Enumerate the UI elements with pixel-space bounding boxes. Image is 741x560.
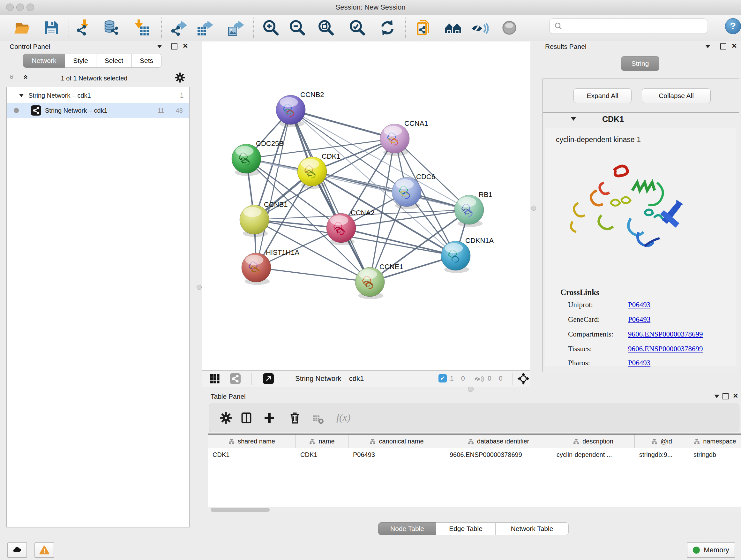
table-panel-menu-icon[interactable] xyxy=(714,395,719,398)
save-session-icon[interactable] xyxy=(43,19,60,37)
tab-edge-table[interactable]: Edge Table xyxy=(436,522,495,535)
node-CCNB2[interactable] xyxy=(276,95,306,125)
right-splitter-handle[interactable] xyxy=(531,206,536,211)
string-view-icon[interactable] xyxy=(230,373,241,384)
cell-namespace[interactable]: stringdb xyxy=(689,448,741,461)
network-graph[interactable]: CCNB2CCNA1CDC25BCDK1CDC6RB1CCNB1CCNA2CDK… xyxy=(202,42,530,370)
node-CDK1[interactable] xyxy=(297,157,327,186)
crosslink-pharos-link[interactable]: P06493 xyxy=(628,359,650,367)
detach-view-icon[interactable] xyxy=(263,373,274,384)
crosslink-label: Pharos: xyxy=(568,359,590,367)
network-collection-row[interactable]: String Network – cdk1 1 xyxy=(7,88,189,103)
column-header[interactable]: database identifier xyxy=(445,435,552,448)
table-row[interactable]: CDK1 CDK1 P06493 9606.ENSP00000378699 cy… xyxy=(208,448,741,461)
export-network-icon[interactable] xyxy=(170,19,188,37)
tab-select[interactable]: Select xyxy=(96,54,132,68)
node-HIST1H1A[interactable] xyxy=(242,253,271,282)
node-CCNE1[interactable] xyxy=(355,267,385,297)
grid-view-icon[interactable] xyxy=(209,373,220,384)
memory-button[interactable]: Memory xyxy=(687,543,735,558)
expand-all-button[interactable]: Expand All xyxy=(574,88,631,103)
results-panel-close-icon[interactable]: ✕ xyxy=(731,42,737,50)
table-panel-close-icon[interactable]: ✕ xyxy=(733,392,738,400)
selected-checkbox[interactable]: ✓ xyxy=(439,374,447,382)
node-CCNA2[interactable] xyxy=(327,213,356,243)
crosslink-compartments-link[interactable]: 9606.ENSP00000378699 xyxy=(628,330,703,338)
import-table-file-icon[interactable] xyxy=(132,19,150,37)
table-scrollbar-thumb[interactable] xyxy=(211,508,270,512)
help-button[interactable]: ? xyxy=(725,18,741,34)
tab-style[interactable]: Style xyxy=(65,54,96,68)
crosslink-tissues-link[interactable]: 9606.ENSP00000378699 xyxy=(628,345,703,353)
delete-table-icon[interactable] xyxy=(312,413,324,425)
cell-database-identifier[interactable]: 9606.ENSP00000378699 xyxy=(445,448,552,461)
cell-canonical-name[interactable]: P06493 xyxy=(348,448,445,461)
control-panel-menu-icon[interactable] xyxy=(157,45,162,48)
refresh-icon[interactable] xyxy=(379,19,396,37)
zoom-in-icon[interactable] xyxy=(262,19,280,37)
tab-network[interactable]: Network xyxy=(23,54,65,68)
tab-sets[interactable]: Sets xyxy=(131,54,161,68)
share-document-icon[interactable] xyxy=(415,19,433,37)
node-CDKN1A[interactable] xyxy=(441,241,470,270)
table-horizontal-scrollbar[interactable] xyxy=(208,508,741,512)
zoom-fit-icon[interactable] xyxy=(317,19,335,37)
network-row-selected[interactable]: String Network – cdk1 11 48 xyxy=(7,103,189,118)
bottom-splitter-handle[interactable] xyxy=(468,386,474,392)
import-network-file-icon[interactable] xyxy=(75,19,93,37)
collapse-all-button[interactable]: Collapse All xyxy=(642,88,711,103)
control-panel-close-icon[interactable]: ✕ xyxy=(183,42,188,50)
cell-description[interactable]: cyclin-dependent ... xyxy=(552,448,635,461)
zoom-selected-icon[interactable] xyxy=(348,19,366,37)
zoom-out-icon[interactable] xyxy=(288,19,307,37)
column-header[interactable]: canonical name xyxy=(348,435,445,448)
control-panel-float-icon[interactable] xyxy=(172,44,178,50)
show-columns-icon[interactable] xyxy=(239,411,253,425)
collapse-all-networks-icon[interactable]: » xyxy=(7,75,17,79)
export-table-icon[interactable] xyxy=(196,19,214,37)
add-column-icon[interactable] xyxy=(262,411,276,425)
tab-node-table[interactable]: Node Table xyxy=(378,522,436,535)
delete-column-trash-icon[interactable] xyxy=(288,411,302,425)
column-header[interactable]: namespace xyxy=(689,435,741,448)
tab-string-results[interactable]: String xyxy=(621,56,659,71)
fit-content-crosshair-icon[interactable] xyxy=(518,373,529,384)
node-CDC25B[interactable] xyxy=(232,144,261,173)
results-panel-menu-icon[interactable] xyxy=(705,45,711,48)
import-network-database-icon[interactable] xyxy=(103,19,120,37)
node-RB1[interactable] xyxy=(455,195,484,225)
export-image-icon[interactable] xyxy=(227,19,245,37)
table-settings-gear-icon[interactable] xyxy=(219,411,233,425)
hide-eye-waves-icon[interactable] xyxy=(471,19,488,37)
cloud-button[interactable] xyxy=(7,543,27,558)
tab-network-table[interactable]: Network Table xyxy=(495,522,569,535)
column-header[interactable]: description xyxy=(552,435,635,448)
cdk1-collapse-icon[interactable] xyxy=(571,117,576,121)
expand-all-networks-icon[interactable]: « xyxy=(21,75,31,79)
crosslink-genecard-link[interactable]: P06493 xyxy=(628,315,650,324)
table-panel-float-icon[interactable] xyxy=(723,393,729,399)
column-header[interactable]: shared name xyxy=(208,435,296,448)
hidden-eye-icon[interactable] xyxy=(474,374,484,384)
cell-name[interactable]: CDK1 xyxy=(296,448,348,461)
node-CDC6[interactable] xyxy=(392,177,421,206)
cell-id[interactable]: stringdb:9... xyxy=(635,448,689,461)
cell-shared-name[interactable]: CDK1 xyxy=(208,448,296,461)
open-session-icon[interactable] xyxy=(14,19,31,37)
results-panel-float-icon[interactable] xyxy=(720,44,726,50)
search-input[interactable] xyxy=(565,19,707,33)
node-CCNA1[interactable] xyxy=(380,124,409,153)
network-canvas[interactable]: CCNB2CCNA1CDC25BCDK1CDC6RB1CCNB1CCNA2CDK… xyxy=(202,42,530,370)
network-options-gear-icon[interactable] xyxy=(174,71,186,84)
search-box[interactable] xyxy=(549,18,707,34)
column-header[interactable]: @id xyxy=(635,435,689,448)
crosslink-uniprot-link[interactable]: P06493 xyxy=(628,301,650,309)
column-header[interactable]: name xyxy=(296,435,348,448)
left-splitter-handle[interactable] xyxy=(197,285,202,290)
node-CCNB1[interactable] xyxy=(240,205,269,234)
collection-expand-icon[interactable] xyxy=(19,94,23,97)
home-pages-icon[interactable] xyxy=(444,19,462,37)
warning-button[interactable] xyxy=(35,543,54,558)
function-builder-icon[interactable]: f(x) xyxy=(336,412,350,423)
show-eye-icon[interactable] xyxy=(501,19,519,37)
